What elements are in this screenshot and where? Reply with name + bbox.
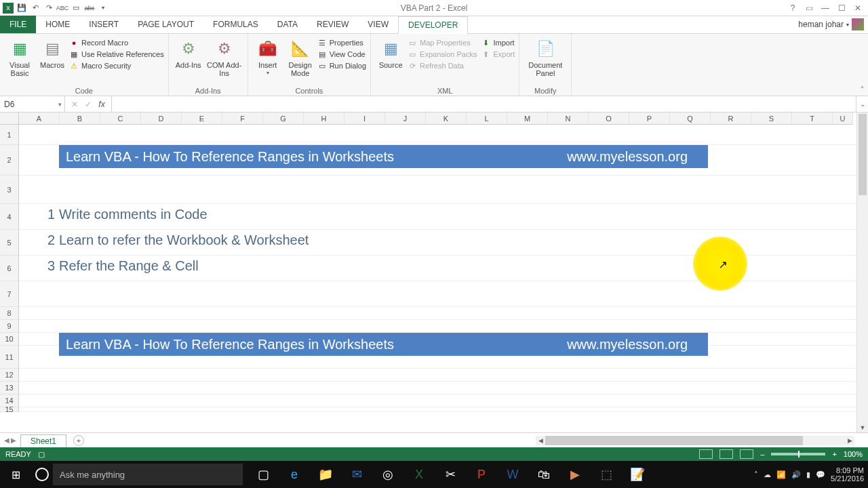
taskbar-search[interactable]: Ask me anything — [53, 464, 243, 485]
column-header[interactable]: N — [548, 113, 589, 125]
scroll-left-icon[interactable]: ◀ — [536, 437, 545, 444]
row-header[interactable]: 1 — [0, 125, 19, 145]
addins-button[interactable]: ⚙ Add-Ins — [173, 37, 204, 69]
touch-mode-icon[interactable]: ▭ — [71, 3, 81, 14]
enter-icon[interactable]: ✓ — [83, 100, 94, 109]
ribbon-options-icon[interactable]: ▭ — [803, 3, 815, 13]
tab-review[interactable]: REVIEW — [307, 16, 358, 33]
column-header[interactable]: E — [182, 113, 222, 125]
column-header[interactable]: K — [426, 113, 467, 125]
tab-insert[interactable]: INSERT — [79, 16, 128, 33]
document-panel-button[interactable]: 📄 Document Panel — [524, 37, 567, 77]
column-header[interactable]: A — [19, 113, 60, 125]
column-header[interactable]: H — [304, 113, 344, 125]
row-header[interactable]: 10 — [0, 333, 19, 346]
spellcheck-icon[interactable]: ABC — [57, 3, 68, 14]
com-addins-button[interactable]: ⚙ COM Add-Ins — [205, 37, 243, 77]
row-header[interactable]: 3 — [0, 176, 19, 204]
column-header[interactable]: Q — [670, 113, 711, 125]
row-header[interactable]: 12 — [0, 369, 19, 382]
column-header[interactable]: M — [507, 113, 548, 125]
column-header[interactable]: T — [792, 113, 833, 125]
undo-icon[interactable]: ↶ — [30, 3, 41, 14]
excel-taskbar-icon[interactable]: X — [404, 461, 434, 488]
battery-icon[interactable]: ▮ — [806, 470, 810, 479]
powerpoint-icon[interactable]: P — [467, 461, 496, 488]
visual-basic-button[interactable]: ▦ Visual Basic — [4, 37, 35, 77]
column-header[interactable]: O — [589, 113, 629, 125]
sheet-nav[interactable]: ◀▶ — [0, 436, 20, 444]
hscroll-thumb[interactable] — [545, 436, 803, 445]
source-button[interactable]: ▦ Source — [375, 37, 406, 69]
column-header[interactable]: J — [385, 113, 426, 125]
tab-view[interactable]: VIEW — [358, 16, 398, 33]
macros-button[interactable]: ▤ Macros — [37, 37, 68, 69]
design-mode-button[interactable]: 📐 Design Mode — [285, 37, 316, 77]
column-header[interactable]: U — [833, 113, 853, 125]
taskbar-clock[interactable]: 8:09 PM 5/21/2016 — [831, 466, 864, 483]
video-icon[interactable]: ▶ — [560, 461, 590, 488]
chrome-icon[interactable]: ◎ — [373, 461, 403, 488]
save-icon[interactable]: 💾 — [16, 3, 27, 14]
zoom-in-button[interactable]: + — [832, 450, 836, 458]
zoom-out-button[interactable]: – — [760, 450, 764, 458]
row-header[interactable]: 7 — [0, 281, 19, 307]
snipping-icon[interactable]: ✂ — [435, 461, 465, 488]
cortana-icon[interactable] — [35, 468, 49, 481]
store-icon[interactable]: 🛍 — [529, 461, 559, 488]
formula-input[interactable] — [112, 96, 856, 112]
insert-control-button[interactable]: 🧰 Insert ▾ — [252, 37, 283, 77]
row-header[interactable]: 2 — [0, 145, 19, 176]
expand-formula-icon[interactable]: ⌄ — [856, 96, 868, 112]
row-header[interactable]: 8 — [0, 307, 19, 320]
collapse-ribbon-icon[interactable]: ˄ — [861, 85, 864, 93]
horizontal-scrollbar[interactable]: ◀ ▶ — [536, 436, 854, 445]
tab-data[interactable]: DATA — [268, 16, 307, 33]
close-icon[interactable]: ✕ — [852, 3, 864, 13]
onedrive-icon[interactable]: ☁ — [764, 470, 771, 479]
tab-formulas[interactable]: FORMULAS — [203, 16, 268, 33]
tray-chevron-icon[interactable]: ˄ — [754, 470, 758, 479]
file-tab[interactable]: FILE — [0, 16, 36, 33]
camtasia-icon[interactable]: ⬚ — [591, 461, 621, 488]
macro-record-icon[interactable]: ▢ — [38, 450, 45, 459]
column-header[interactable]: S — [751, 113, 792, 125]
column-header[interactable]: G — [263, 113, 304, 125]
cancel-icon[interactable]: ✕ — [69, 100, 80, 109]
name-box[interactable]: D6 ▾ — [0, 96, 65, 112]
page-break-view-button[interactable] — [740, 449, 753, 459]
zoom-slider[interactable] — [771, 453, 825, 455]
row-header[interactable]: 6 — [0, 256, 19, 281]
row-header[interactable]: 5 — [0, 230, 19, 256]
task-view-icon[interactable]: ▢ — [248, 461, 278, 488]
import-button[interactable]: ⬇Import — [481, 38, 515, 47]
file-explorer-icon[interactable]: 📁 — [311, 461, 340, 488]
zoom-value[interactable]: 100% — [844, 450, 863, 458]
grid-rows[interactable]: 123456789101112131415 Learn VBA - How To… — [0, 125, 868, 412]
row-header[interactable]: 15 — [0, 407, 19, 412]
sheet-tab-sheet1[interactable]: Sheet1 — [20, 434, 66, 447]
fx-icon[interactable]: fx — [96, 100, 107, 109]
column-header[interactable]: L — [467, 113, 507, 125]
volume-icon[interactable]: 🔊 — [791, 470, 801, 479]
row-header[interactable]: 4 — [0, 204, 19, 230]
select-all-corner[interactable] — [0, 113, 19, 125]
row-header[interactable]: 11 — [0, 346, 19, 369]
scroll-down-icon[interactable]: ▼ — [857, 424, 868, 431]
vertical-scrollbar[interactable]: ▲ ▼ — [856, 113, 868, 432]
view-code-button[interactable]: ▤View Code — [317, 49, 366, 59]
wifi-icon[interactable]: 📶 — [776, 470, 786, 479]
macro-security-button[interactable]: ⚠Macro Security — [69, 61, 164, 70]
qat-customize-icon[interactable]: ▾ — [98, 3, 108, 14]
normal-view-button[interactable] — [699, 449, 713, 459]
user-account[interactable]: heman johar ▾ — [798, 18, 864, 30]
word-icon[interactable]: W — [498, 461, 528, 488]
relative-refs-button[interactable]: ▦Use Relative References — [69, 49, 164, 59]
column-header[interactable]: R — [711, 113, 751, 125]
row-header[interactable]: 9 — [0, 320, 19, 333]
run-dialog-button[interactable]: ▭Run Dialog — [317, 61, 366, 70]
new-sheet-button[interactable]: + — [73, 435, 84, 446]
minimize-icon[interactable]: — — [819, 3, 831, 13]
column-header[interactable]: P — [629, 113, 670, 125]
redo-icon[interactable]: ↷ — [43, 3, 54, 14]
